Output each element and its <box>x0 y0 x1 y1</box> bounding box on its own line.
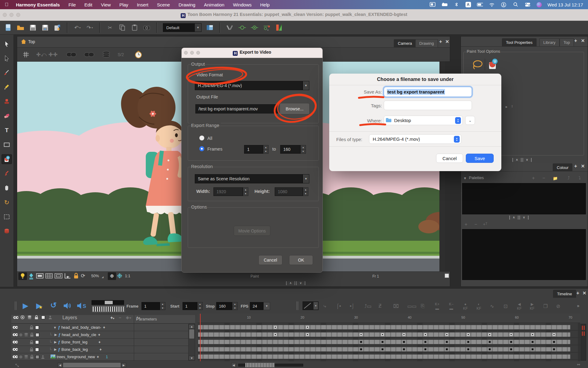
keyframe-marker[interactable] <box>488 348 491 351</box>
frame-stepper[interactable]: ▲▼ <box>160 302 165 310</box>
tracks-overview-strip[interactable] <box>581 324 586 361</box>
outline-mode-icon[interactable] <box>64 273 72 281</box>
scroll-right-icon[interactable]: ▶ <box>121 363 126 367</box>
tracks[interactable]: 10203040506070 <box>198 314 580 361</box>
add-peg-icon[interactable] <box>238 24 246 32</box>
track-row[interactable] <box>198 331 580 338</box>
hand-tool-icon[interactable] <box>2 183 12 193</box>
siri-icon[interactable] <box>537 2 542 7</box>
snapshot-icon[interactable] <box>143 24 151 32</box>
menu-item[interactable]: Help <box>260 2 270 7</box>
fit-timeline-icon[interactable]: ⇿ <box>577 362 580 367</box>
keyframe-marker[interactable] <box>360 348 362 351</box>
keyframe-marker[interactable] <box>274 326 277 328</box>
rotate-view-tool-icon[interactable]: ↻ <box>2 197 12 207</box>
track-row[interactable] <box>198 324 580 331</box>
keyframe-marker[interactable] <box>510 348 512 351</box>
playhead[interactable] <box>200 314 201 361</box>
home-icon[interactable] <box>21 39 26 45</box>
close-view-icon[interactable]: ✕ <box>581 38 585 44</box>
files-of-type-popup[interactable]: H.264/MPEG-4 (*.mov) ▲▼ <box>369 134 462 144</box>
keyframe-marker[interactable] <box>531 341 534 343</box>
panel-collapse-arrows[interactable]: ∧∨ <box>286 281 305 285</box>
layers-scrollbar[interactable]: ▲ ▼ <box>188 324 195 361</box>
frame-value[interactable]: 1 <box>141 302 160 310</box>
video-format-select[interactable]: H.264/MPEG-4 (*.mov) <box>195 81 303 90</box>
keyframe-marker[interactable] <box>403 333 405 336</box>
timeline-ruler[interactable]: 10203040506070 <box>198 314 580 323</box>
add-parameter-icon[interactable]: + <box>100 347 102 352</box>
add-view-icon[interactable]: + <box>574 38 577 44</box>
no-ease-icon[interactable]: ⊘ <box>556 303 560 309</box>
onion-column-icon[interactable] <box>27 315 32 319</box>
select-tool-icon[interactable] <box>2 39 12 49</box>
jog-slider[interactable] <box>92 300 124 305</box>
sound-scrubbing-button[interactable]: S <box>77 302 87 311</box>
keyframe-marker[interactable] <box>531 348 534 351</box>
files-of-type-stepper-icon[interactable]: ▲▼ <box>454 136 460 143</box>
dropper-tool-icon[interactable] <box>2 169 12 178</box>
layer-row[interactable]: └ ▶ ƒ Bone_back_leg + <box>11 346 195 353</box>
keyframe-marker[interactable] <box>403 348 405 351</box>
onion-skin-selector[interactable]: ▼ <box>303 301 318 310</box>
keyframe-marker[interactable] <box>553 348 555 351</box>
add-colour-icon[interactable]: + <box>465 222 467 227</box>
track-row[interactable] <box>198 346 580 353</box>
where-popup[interactable]: Desktop ▲▼ <box>384 116 463 125</box>
keyframe-marker[interactable] <box>403 341 405 343</box>
spin-option-icon[interactable]: ↕ <box>511 104 513 108</box>
paste-icon[interactable] <box>130 24 138 32</box>
layer-row[interactable]: └ ▶ ƒ head_and_body_cle + <box>11 331 195 339</box>
stamp-tool-icon[interactable] <box>2 97 12 106</box>
keyboard-icon[interactable] <box>442 2 448 7</box>
eraser-tool-icon[interactable] <box>2 111 12 121</box>
track-row[interactable] <box>198 339 580 345</box>
fps-value[interactable]: 24 <box>250 302 263 310</box>
brush-tool-icon[interactable] <box>2 68 12 78</box>
save-icon[interactable] <box>29 24 37 32</box>
control-center-icon[interactable] <box>525 2 531 7</box>
remove-palette-icon[interactable]: − <box>542 175 545 181</box>
prev-keyframe-icon[interactable]: ◀KF <box>517 302 522 311</box>
keyframe-marker[interactable] <box>510 333 512 336</box>
keyframe-marker[interactable] <box>553 333 555 336</box>
toolbar-grip[interactable] <box>15 301 17 310</box>
keyframe-marker[interactable] <box>467 333 469 336</box>
tab-tool-properties[interactable]: Tool Properties <box>502 38 537 46</box>
output-file-field[interactable]: /test bg export transparent.mov <box>195 104 278 113</box>
thumbnail-column-icon[interactable] <box>41 316 46 319</box>
add-parameter-icon[interactable]: + <box>98 333 100 337</box>
toolbar-grip[interactable] <box>296 301 298 310</box>
pixel-ratio[interactable]: 1:1 <box>125 274 130 278</box>
light-table-clock-icon[interactable] <box>135 51 142 60</box>
keyframe-marker[interactable] <box>467 348 469 351</box>
render-view-icon[interactable] <box>275 24 283 32</box>
timeline-zoom-slider[interactable] <box>238 364 303 366</box>
keyframe-marker[interactable] <box>306 326 309 328</box>
tab-colour[interactable]: Colour <box>553 163 572 171</box>
keyframe-marker[interactable] <box>446 341 448 343</box>
loop-button[interactable]: ↺ <box>50 301 57 310</box>
lasso-mode-icon[interactable] <box>471 59 483 71</box>
layer-row[interactable]: trees_foreground_new + 1 <box>11 353 195 361</box>
menu-item[interactable]: View <box>101 2 111 7</box>
add-view-icon[interactable]: + <box>439 39 442 44</box>
copy-icon[interactable] <box>118 24 126 32</box>
render-preview-icon[interactable]: ❉ <box>117 272 123 280</box>
remove-colour-icon[interactable]: − <box>474 222 477 227</box>
menu-item[interactable]: Drawing <box>179 2 195 7</box>
paint-unpainted-icon[interactable]: U <box>488 58 498 71</box>
stop-value[interactable]: 160 <box>216 302 232 310</box>
delete-exposure-icon[interactable]: ⌧ <box>393 303 399 309</box>
palette-up-icon[interactable]: ⤴ <box>567 175 570 180</box>
remove-keyframe-icon[interactable]: K−▬ <box>449 302 454 311</box>
export-icon[interactable] <box>53 24 61 32</box>
next-keyframe-icon[interactable]: ▶KF <box>530 302 534 311</box>
input-source-icon[interactable]: A <box>466 2 471 7</box>
light-bulb-icon[interactable] <box>18 272 27 280</box>
range-frames-radio[interactable] <box>199 146 204 151</box>
colour-column-icon[interactable] <box>20 315 25 319</box>
fps-dropdown-icon[interactable]: ▼ <box>263 302 270 310</box>
keyframe-marker[interactable] <box>488 333 491 336</box>
frame-to-stepper[interactable]: ▲▼ <box>300 145 306 154</box>
